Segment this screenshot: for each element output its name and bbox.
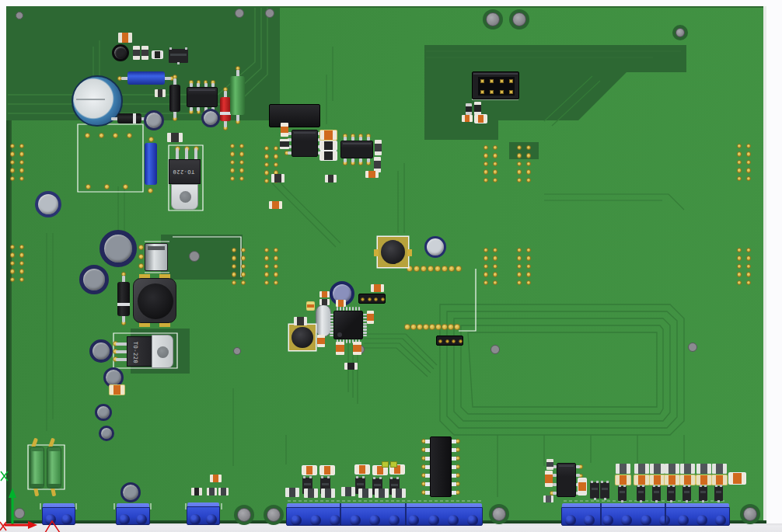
smd-resistor[interactable] [133,46,140,60]
smd-resistor[interactable] [680,464,695,474]
smd-resistor[interactable] [696,464,711,474]
smd-resistor[interactable] [294,317,307,325]
smd-capacitor[interactable] [118,33,132,43]
smd-resistor[interactable] [269,201,282,209]
sot-transistor[interactable] [637,486,645,501]
capacitor-green[interactable] [230,76,245,115]
smd-resistor[interactable] [680,475,695,485]
capacitor-green[interactable] [30,447,44,489]
smd-resistor[interactable] [462,115,473,122]
smd-resistor[interactable] [191,488,202,495]
smd-resistor[interactable] [712,464,727,474]
capacitor[interactable] [201,109,220,127]
smd-resistor[interactable] [320,141,337,150]
smd-resistor[interactable] [207,488,217,495]
terminal-block-strip[interactable] [286,503,483,526]
smd-resistor[interactable] [634,475,649,485]
sot-transistor[interactable] [683,486,691,501]
smd-resistor[interactable] [210,475,222,482]
smd-resistor[interactable] [367,311,374,324]
smd-resistor[interactable] [325,175,337,183]
capacitor[interactable] [79,265,109,294]
capacitor[interactable] [35,191,61,217]
resistor-axial-blue[interactable] [127,71,165,85]
sot-transistor[interactable] [618,486,627,501]
soic8-ic[interactable] [557,463,576,497]
smd-resistor[interactable] [365,171,379,178]
inductor[interactable] [289,325,316,350]
module[interactable] [269,104,320,127]
diode-axial[interactable] [117,113,141,123]
led-smd[interactable] [382,461,389,468]
terminal-block[interactable] [116,503,150,525]
smd-resistor[interactable] [696,475,711,485]
smd-resistor[interactable] [336,300,346,307]
smd-resistor[interactable] [320,151,337,160]
cap-black-round[interactable] [112,44,129,61]
terminal-block[interactable] [42,503,75,525]
smd-resistor[interactable] [616,475,630,485]
sot-transistor[interactable] [169,49,188,63]
smd-resistor[interactable] [634,464,649,474]
smd-resistor[interactable] [285,488,299,497]
smd-resistor[interactable] [712,475,727,485]
smd-capacitor[interactable] [307,302,314,310]
smd-resistor[interactable] [371,284,384,292]
smd-resistor[interactable] [320,466,334,475]
capacitor[interactable] [424,236,446,258]
smd-resistor[interactable] [650,475,665,485]
smd-resistor[interactable] [319,291,330,297]
crystal-oscillator[interactable] [316,304,331,337]
capacitor[interactable] [99,230,137,267]
led-red[interactable] [220,97,231,121]
to220-regulator[interactable]: TO-220 [127,336,152,367]
mcu-qfp[interactable] [333,311,363,339]
smd-resistor[interactable] [321,489,335,498]
soic8-ic[interactable] [340,141,373,158]
smd-resistor[interactable] [729,473,745,484]
smd-resistor[interactable] [578,478,586,495]
smd-resistor[interactable] [355,465,369,474]
smd-resistor[interactable] [320,130,337,140]
smd-resistor[interactable] [319,299,330,305]
capacitor[interactable] [99,426,114,441]
diode-axial[interactable] [169,85,180,112]
inductor[interactable] [378,237,408,267]
soic8-ic[interactable] [187,87,218,107]
smd-resistor[interactable] [475,115,487,123]
resistor-axial-blue[interactable] [145,143,157,185]
smd-resistor[interactable] [281,123,288,137]
smd-resistor[interactable] [302,466,316,475]
sot-transistor[interactable] [600,482,609,499]
dip-ic[interactable] [430,436,452,497]
smd-resistor[interactable] [336,342,344,355]
smd-resistor[interactable] [375,489,389,498]
sot-transistor[interactable] [652,486,661,501]
smd-resistor[interactable] [218,488,229,495]
smd-resistor[interactable] [167,133,183,142]
smd-resistor[interactable] [155,89,166,97]
sot-transistor[interactable] [590,482,599,499]
smd-resistor[interactable] [616,464,630,474]
smd-resistor[interactable] [341,487,355,496]
diode-axial[interactable] [117,282,130,316]
smd-resistor[interactable] [280,139,289,149]
pcb-3d-viewport[interactable]: TO-220TO-220 [0,0,782,532]
smd-resistor[interactable] [374,157,381,172]
pin-socket[interactable] [358,294,386,304]
smd-resistor[interactable] [304,489,318,498]
terminal-block-strip[interactable] [561,503,730,526]
smd-resistor[interactable] [152,51,162,58]
capacitor[interactable] [89,339,113,363]
smd-resistor[interactable] [358,489,372,498]
power-inductor[interactable] [133,278,176,323]
smd-resistor[interactable] [375,140,382,155]
led-smd[interactable] [390,461,397,468]
soic8-ic[interactable] [292,130,318,157]
regulator-side[interactable] [145,243,168,271]
smd-resistor[interactable] [317,335,325,347]
smd-resistor[interactable] [353,342,361,355]
smd-resistor[interactable] [545,471,553,487]
capacitor-green[interactable] [47,447,61,489]
smd-capacitor[interactable] [110,385,124,395]
